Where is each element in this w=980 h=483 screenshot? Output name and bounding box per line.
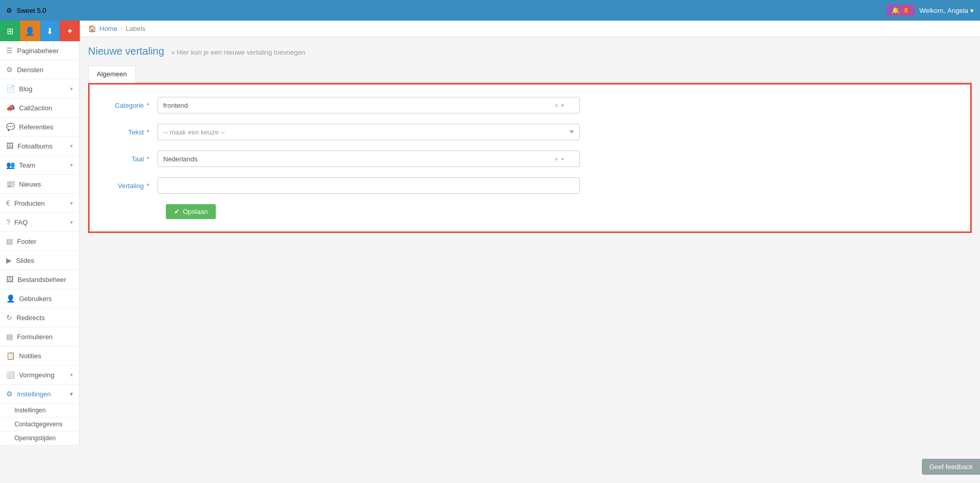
form-row-vertaling: Vertaling * <box>106 177 954 194</box>
sidebar-wrapper: ⊞ 👤 ⬇ ✦ ☰ Paginabeheer ⚙ Diensten 📄 Blog… <box>0 21 80 483</box>
sidebar-item-nieuws[interactable]: 📰 Nieuws <box>0 175 79 194</box>
app-title: Sweet 5.0 <box>16 7 46 14</box>
breadcrumb-home[interactable]: Home <box>99 25 117 32</box>
team-chevron-icon: ▾ <box>70 162 73 169</box>
producten-icon: € <box>6 199 10 207</box>
save-button[interactable]: ✔ Opslaan <box>166 204 216 219</box>
sidebar-item-instellingen[interactable]: ⚙ Instellingen ▾ <box>0 385 79 404</box>
taal-clear-icon[interactable]: × <box>554 155 558 163</box>
sidebar-label-redirects: Redirects <box>16 314 45 322</box>
referenties-icon: 💬 <box>6 123 15 131</box>
sidebar-item-blog[interactable]: 📄 Blog ▾ <box>0 79 79 98</box>
user-name: Angela <box>948 7 968 14</box>
header-right: 🔔 0 Welkom, Angela ▾ <box>886 4 974 16</box>
sidebar-label-nieuws: Nieuws <box>19 180 41 188</box>
call2action-icon: 📣 <box>6 104 15 112</box>
vertaling-required-marker: * <box>147 182 149 190</box>
feedback-label: Geef feedback <box>929 463 973 471</box>
sidebar-item-call2action[interactable]: 📣 Call2action <box>0 98 79 118</box>
page-title-main: Nieuwe vertaling <box>88 45 164 57</box>
sidebar-label-referenties: Referenties <box>19 123 53 131</box>
faq-icon: ? <box>6 218 10 226</box>
sidebar-item-diensten[interactable]: ⚙ Diensten <box>0 60 79 79</box>
sidebar-item-referenties[interactable]: 💬 Referenties <box>0 118 79 137</box>
quick-icon-map[interactable]: ⊞ <box>0 21 20 41</box>
sidebar-sub-label-contactgegevens: Contactgegevens <box>14 421 62 428</box>
tekst-required-marker: * <box>147 128 149 136</box>
gebruikers-icon: 👤 <box>6 294 15 303</box>
user-menu-button[interactable]: Welkom, Angela ▾ <box>919 7 974 14</box>
sidebar-item-paginabeheer[interactable]: ☰ Paginabeheer <box>0 41 79 60</box>
categorie-select[interactable]: frontend × ▾ <box>158 97 580 113</box>
categorie-clear-icon[interactable]: × <box>554 102 558 109</box>
notification-button[interactable]: 🔔 0 <box>886 4 915 16</box>
breadcrumb: 🏠 Home › Labels <box>80 21 980 37</box>
sidebar-item-bestandsbeheer[interactable]: 🖼 Bestandsbeheer <box>0 270 79 289</box>
sidebar-item-team[interactable]: 👥 Team ▾ <box>0 156 79 175</box>
page-subtitle: » Hier kun je een nieuwe vertaling toevo… <box>171 48 305 56</box>
sidebar-label-diensten: Diensten <box>17 66 43 74</box>
form-row-tekst: Tekst * -- maak een keuze -- <box>106 124 954 140</box>
instellingen-icon: ⚙ <box>6 390 13 398</box>
quick-icons-bar: ⊞ 👤 ⬇ ✦ <box>0 21 80 41</box>
sidebar-sub-contactgegevens[interactable]: Contactgegevens <box>0 418 79 431</box>
sidebar-item-slides[interactable]: ▶ Slides <box>0 251 79 270</box>
form-row-categorie: Categorie * frontend × ▾ <box>106 97 954 113</box>
vertaling-label: Vertaling * <box>106 182 158 190</box>
sidebar-sub-instellingen[interactable]: Instellingen <box>0 404 79 418</box>
sidebar-item-footer[interactable]: ▤ Footer <box>0 232 79 251</box>
sidebar-item-notities[interactable]: 📋 Notities <box>0 346 79 365</box>
slides-icon: ▶ <box>6 256 12 264</box>
diensten-icon: ⚙ <box>6 65 13 74</box>
breadcrumb-current: Labels <box>126 25 145 32</box>
user-greeting: Welkom, <box>919 7 945 14</box>
sidebar-label-instellingen: Instellingen <box>17 390 51 398</box>
sidebar-label-blog: Blog <box>19 85 32 93</box>
page-title: Nieuwe vertaling » Hier kun je een nieuw… <box>88 45 972 57</box>
sidebar-item-formulieren[interactable]: ▤ Formulieren <box>0 327 79 346</box>
footer-icon: ▤ <box>6 237 13 245</box>
categorie-required-marker: * <box>147 102 149 109</box>
user-chevron-icon: ▾ <box>970 7 974 14</box>
vertaling-input[interactable] <box>158 177 580 194</box>
sidebar-item-fotoalbums[interactable]: 🖼 Fotoalbums ▾ <box>0 137 79 156</box>
tab-algemeen-label: Algemeen <box>97 70 127 78</box>
form-submit-row: ✔ Opslaan <box>166 204 954 219</box>
quick-icon-user[interactable]: 👤 <box>20 21 40 41</box>
fotoalbums-chevron-icon: ▾ <box>70 143 73 149</box>
taal-select[interactable]: Nederlands × ▾ <box>158 151 580 167</box>
formulieren-icon: ▤ <box>6 332 13 341</box>
tab-bar: Algemeen <box>88 65 972 83</box>
categorie-arrow-icon: ▾ <box>561 103 564 108</box>
taal-required-marker: * <box>147 155 149 163</box>
feedback-button[interactable]: Geef feedback <box>922 459 980 475</box>
grid-icon: ☰ <box>6 46 13 55</box>
tekst-select[interactable]: -- maak een keuze -- <box>158 124 580 140</box>
sidebar-sub-openingstijden[interactable]: Openingstijden <box>0 431 79 445</box>
quick-icon-share[interactable]: ✦ <box>60 21 80 41</box>
categorie-label: Categorie * <box>106 102 158 109</box>
sidebar-item-producten[interactable]: € Producten ▾ <box>0 194 79 213</box>
sidebar-item-faq[interactable]: ? FAQ ▾ <box>0 213 79 232</box>
taal-arrow-icon: ▾ <box>561 156 564 162</box>
taal-control: Nederlands × ▾ <box>158 151 580 167</box>
breadcrumb-separator: › <box>121 25 123 32</box>
sidebar-item-gebruikers[interactable]: 👤 Gebruikers <box>0 289 79 308</box>
team-icon: 👥 <box>6 161 15 169</box>
sidebar-label-call2action: Call2action <box>19 104 52 112</box>
taal-value: Nederlands <box>163 155 554 163</box>
sidebar: ☰ Paginabeheer ⚙ Diensten 📄 Blog ▾ 📣 Cal… <box>0 41 80 445</box>
sidebar-label-slides: Slides <box>16 257 34 264</box>
categorie-value: frontend <box>163 102 554 109</box>
form-panel: Categorie * frontend × ▾ <box>88 83 972 233</box>
tab-algemeen[interactable]: Algemeen <box>88 65 136 83</box>
sidebar-label-notities: Notities <box>19 352 41 360</box>
quick-icon-download[interactable]: ⬇ <box>40 21 60 41</box>
vertaling-control <box>158 177 580 194</box>
header: ⚙ Sweet 5.0 🔔 0 Welkom, Angela ▾ <box>0 0 980 21</box>
sidebar-item-vormgeving[interactable]: ⬜ Vormgeving ▾ <box>0 365 79 385</box>
sidebar-label-producten: Producten <box>14 199 45 207</box>
blog-icon: 📄 <box>6 85 15 93</box>
tekst-label: Tekst * <box>106 128 158 136</box>
sidebar-item-redirects[interactable]: ↻ Redirects <box>0 308 79 327</box>
